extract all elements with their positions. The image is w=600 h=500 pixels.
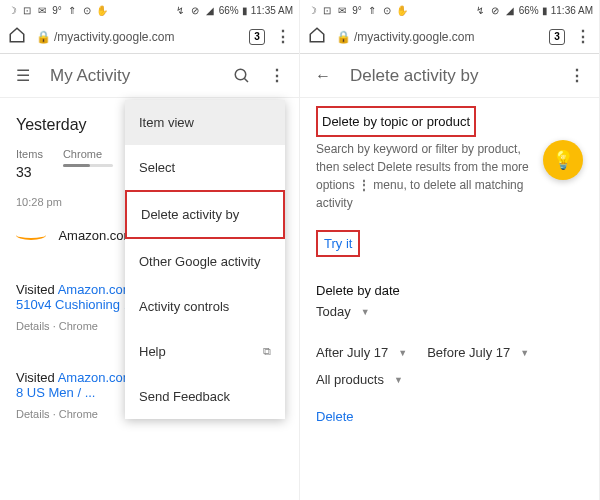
lock-icon: 🔒 xyxy=(36,30,51,44)
browser-menu-icon[interactable]: ⋮ xyxy=(575,27,591,46)
tips-fab[interactable]: 💡 xyxy=(543,140,583,180)
chevron-down-icon: ▼ xyxy=(520,348,529,358)
screen-right: ☽⊡✉9°⇑⊙✋ ↯⊘◢66%▮11:36 AM 🔒/myactivity.go… xyxy=(300,0,600,500)
back-icon[interactable]: ← xyxy=(314,67,332,85)
chevron-down-icon: ▼ xyxy=(394,375,403,385)
page-title: Delete activity by xyxy=(350,66,551,86)
app-menu-icon[interactable]: ⋮ xyxy=(569,66,585,85)
status-right: ↯⊘◢ 66%▮ 11:35 AM xyxy=(174,4,293,16)
home-icon[interactable] xyxy=(308,26,326,48)
status-bar: ☽⊡✉9°⇑⊙✋ ↯⊘◢66%▮11:36 AM xyxy=(300,0,599,20)
hamburger-icon[interactable]: ☰ xyxy=(14,67,32,85)
topic-description: Search by keyword or filter by product, … xyxy=(316,140,583,212)
external-icon: ⧉ xyxy=(263,345,271,358)
menu-item-select[interactable]: Select xyxy=(125,145,285,190)
app-bar: ← Delete activity by ⋮ xyxy=(300,54,599,98)
menu-item-activity-controls[interactable]: Activity controls xyxy=(125,284,285,329)
stat-chrome: Chrome xyxy=(63,148,113,180)
tab-count[interactable]: 3 xyxy=(249,29,265,45)
delete-by-topic-header: Delete by topic or product xyxy=(316,106,476,137)
overflow-menu: Item view Select Delete activity by Othe… xyxy=(125,100,285,419)
menu-item-delete-activity-by[interactable]: Delete activity by xyxy=(125,190,285,239)
menu-item-help[interactable]: Help⧉ xyxy=(125,329,285,374)
app-menu-icon[interactable]: ⋮ xyxy=(269,66,285,85)
before-date-select[interactable]: Before July 17▼ xyxy=(427,339,529,366)
menu-item-other-activity[interactable]: Other Google activity xyxy=(125,239,285,284)
try-it-link[interactable]: Try it xyxy=(316,230,360,257)
amazon-logo-icon xyxy=(16,230,46,240)
products-select[interactable]: All products▼ xyxy=(316,366,583,393)
browser-menu-icon[interactable]: ⋮ xyxy=(275,27,291,46)
date-preset-select[interactable]: Today▼ xyxy=(316,298,583,325)
lightbulb-icon: 💡 xyxy=(552,149,574,171)
search-icon[interactable] xyxy=(233,67,251,85)
app-bar: ☰ My Activity ⋮ xyxy=(0,54,299,98)
url-bar: 🔒/myactivity.google.com 3 ⋮ xyxy=(0,20,299,54)
page-title: My Activity xyxy=(50,66,215,86)
stat-items: Items 33 xyxy=(16,148,43,180)
chevron-down-icon: ▼ xyxy=(398,348,407,358)
content: Delete by topic or product 💡 Search by k… xyxy=(300,98,599,439)
svg-line-1 xyxy=(244,78,248,82)
menu-item-item-view[interactable]: Item view xyxy=(125,100,285,145)
url-bar: 🔒/myactivity.google.com 3 ⋮ xyxy=(300,20,599,54)
delete-button[interactable]: Delete xyxy=(316,409,354,424)
url[interactable]: 🔒/myactivity.google.com xyxy=(336,30,539,44)
screen-left: ☽⊡✉9°⇑⊙✋ ↯⊘◢ 66%▮ 11:35 AM 🔒/myactivity.… xyxy=(0,0,300,500)
delete-by-date-header: Delete by date xyxy=(316,283,583,298)
status-bar: ☽⊡✉9°⇑⊙✋ ↯⊘◢ 66%▮ 11:35 AM xyxy=(0,0,299,20)
status-left: ☽⊡✉9°⇑⊙✋ xyxy=(6,4,108,16)
svg-point-0 xyxy=(235,69,246,80)
url[interactable]: 🔒/myactivity.google.com xyxy=(36,30,239,44)
tab-count[interactable]: 3 xyxy=(549,29,565,45)
home-icon[interactable] xyxy=(8,26,26,48)
chevron-down-icon: ▼ xyxy=(361,307,370,317)
menu-item-send-feedback[interactable]: Send Feedback xyxy=(125,374,285,419)
after-date-select[interactable]: After July 17▼ xyxy=(316,339,407,366)
site-name: Amazon.com xyxy=(58,228,134,243)
more-options-icon: ⋮ xyxy=(358,178,370,192)
lock-icon: 🔒 xyxy=(336,30,351,44)
